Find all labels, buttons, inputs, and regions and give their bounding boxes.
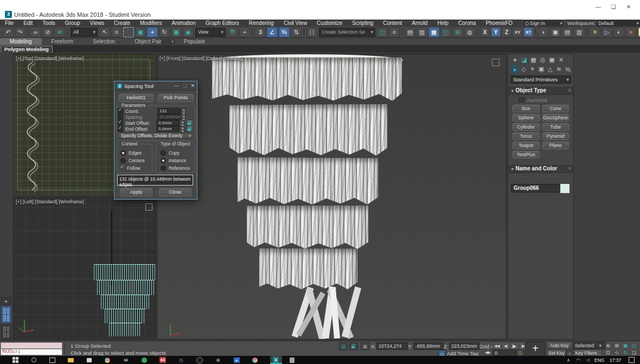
mail-button[interactable]: ✉ <box>123 357 129 363</box>
network-icon[interactable]: ◠ <box>575 357 581 363</box>
name-color-rollout-header[interactable]: Name and Color <box>508 164 573 173</box>
absolute-offset-mode-icon[interactable]: ⊞ <box>361 342 369 350</box>
layout-tab-alt[interactable] <box>1 324 11 340</box>
sphere-button[interactable]: Sphere <box>513 114 540 122</box>
count-spinner[interactable] <box>181 108 185 114</box>
volume-icon[interactable]: ◁ <box>585 357 591 363</box>
end-offset-checkbox[interactable] <box>118 126 123 132</box>
zoom-extents-icon[interactable]: ▣ <box>622 342 629 349</box>
chrome-button[interactable] <box>104 357 111 363</box>
state-sets-icon[interactable]: ∗ <box>625 27 636 37</box>
record-app-button[interactable] <box>196 357 203 363</box>
utilities-tab-icon[interactable]: ✕ <box>557 56 565 64</box>
select-scale-icon[interactable]: ▣ <box>171 27 182 37</box>
menu-item-animation[interactable]: Animation <box>167 20 201 27</box>
dialog-close-button[interactable]: ✕ <box>189 83 197 88</box>
torus-button[interactable]: Torus <box>513 132 540 140</box>
menu-item-views[interactable]: Views <box>85 20 110 27</box>
menu-item-content[interactable]: Content <box>378 20 407 27</box>
ribbon-config-button[interactable] <box>161 39 175 44</box>
ribbon-tab-freeform[interactable]: Freeform <box>42 38 84 45</box>
rendered-frame-icon[interactable]: ▣ <box>550 27 561 37</box>
object-type-rollout-header[interactable]: Object Type <box>508 86 573 95</box>
start-button[interactable] <box>12 357 18 363</box>
menu-item-modifiers[interactable]: Modifiers <box>135 20 167 27</box>
cameras-category-icon[interactable]: ▣ <box>537 65 545 73</box>
tray-chevron-icon[interactable]: ∧ <box>565 357 572 363</box>
zoom-region-icon[interactable]: ◱ <box>630 342 638 349</box>
schematic-view-icon[interactable]: ⊞ <box>452 27 463 37</box>
render-setup-teapot-icon[interactable]: ◗ <box>538 27 549 37</box>
start-offset-field[interactable]: 0,0mm <box>156 120 180 126</box>
task-view-button[interactable] <box>49 357 55 363</box>
copy-radio[interactable] <box>161 150 166 156</box>
rectangular-selection-icon[interactable] <box>123 27 134 37</box>
corona-app-button[interactable]: 64 <box>159 357 166 363</box>
select-link-icon[interactable]: ∞ <box>30 27 41 37</box>
pick-path-button[interactable]: Helix001 <box>119 94 153 102</box>
clock-app-button[interactable]: ◷ <box>178 357 184 363</box>
select-place-icon[interactable]: ◉ <box>183 27 194 37</box>
selection-lock-icon[interactable] <box>349 342 358 350</box>
object-color-swatch[interactable] <box>560 184 569 193</box>
orbit-icon[interactable]: ↻ <box>622 349 629 356</box>
count-field[interactable]: 131 <box>157 108 181 114</box>
ribbon-tab-selection[interactable]: Selection <box>83 38 125 45</box>
layer-explorer-icon[interactable]: ▥ <box>417 27 427 37</box>
menu-item-customize[interactable]: Customize <box>312 20 347 27</box>
set-keys-button[interactable]: + <box>525 342 546 356</box>
display-tab-icon[interactable]: ▣ <box>548 56 556 64</box>
pyramid-button[interactable]: Pyramid <box>542 132 569 140</box>
menu-item-phoenixfd[interactable]: PhoenixFD <box>481 20 517 27</box>
object-name-field[interactable]: Group066 <box>511 184 561 193</box>
dialog-minimize-button[interactable]: — <box>172 83 181 88</box>
follow-checkbox[interactable] <box>120 166 125 170</box>
helpers-category-icon[interactable]: △ <box>546 65 554 73</box>
menu-item-civil-view[interactable]: Civil View <box>279 20 312 27</box>
select-move-icon[interactable]: + <box>147 27 158 37</box>
action-center-button[interactable] <box>628 357 635 363</box>
mirror-icon[interactable]: ◫ <box>377 27 388 37</box>
reference-radio[interactable] <box>161 165 166 171</box>
viewport-front-label[interactable]: [+] [Front] [Standard] [Default Shading] <box>159 56 243 61</box>
workspaces-dropdown[interactable]: Default <box>596 20 640 27</box>
geosphere-button[interactable]: GeoSphere <box>542 114 569 122</box>
menu-item-scripting[interactable]: Scripting <box>347 20 378 27</box>
spacing-mode-dropdown[interactable]: Specify Offsets, Divide Evenly <box>118 132 193 138</box>
shading-icon[interactable]: ◐ <box>613 27 624 37</box>
restore-button[interactable]: ❏ <box>607 3 619 11</box>
spacewarps-category-icon[interactable]: ≋ <box>555 65 562 73</box>
axis-constraint-z-button[interactable]: Z <box>502 27 511 37</box>
close-dialog-button[interactable]: Close <box>159 188 191 196</box>
textplus-button[interactable]: TextPlus <box>513 151 540 158</box>
redo-icon[interactable]: ↷ <box>15 27 25 37</box>
render-preset-icon[interactable]: ▥ <box>574 27 585 37</box>
store-button[interactable] <box>86 357 92 363</box>
language-indicator[interactable]: ENG <box>594 357 604 363</box>
material-editor-icon[interactable]: ◍ <box>464 27 475 37</box>
go-to-start-button[interactable]: ◀◀ <box>492 342 502 350</box>
snap-toggle-3d-icon[interactable]: 3 <box>255 27 266 37</box>
start-offset-spinner[interactable] <box>180 120 184 126</box>
plane-button[interactable]: Plane <box>542 142 569 149</box>
menu-item-corona[interactable]: Corona <box>453 20 481 27</box>
axis-constraint-x-button[interactable]: X <box>480 27 490 37</box>
viewport-left[interactable]: [+] [Left] [Standard] [Wireframe] <box>13 197 156 340</box>
fov-icon[interactable]: ⊡ <box>604 349 612 356</box>
search-button[interactable] <box>30 357 37 363</box>
named-selection-set-dropdown[interactable]: Create Selection Se <box>319 28 375 37</box>
frame-step-icon[interactable]: ◀▶ <box>485 350 491 355</box>
count-checkbox[interactable] <box>118 108 123 114</box>
minimize-button[interactable]: — <box>592 3 604 11</box>
percent-snap-icon[interactable]: % <box>279 27 290 37</box>
systems-category-icon[interactable]: % <box>564 65 572 73</box>
isolate-selection-icon[interactable]: ⊡ <box>339 342 348 350</box>
menu-item-help[interactable]: Help <box>432 20 453 27</box>
sign-in-button[interactable]: Sign In <box>522 20 565 27</box>
use-pivot-icon[interactable]: ⇈ <box>227 27 238 37</box>
select-rotate-icon[interactable]: ↻ <box>159 27 170 37</box>
motion-tab-icon[interactable]: ◎ <box>539 56 547 64</box>
menu-item-tools[interactable]: Tools <box>37 20 60 27</box>
maximize-viewport-icon[interactable]: ◲ <box>630 349 638 356</box>
axis-constraint-y-button[interactable]: Y <box>491 27 501 37</box>
